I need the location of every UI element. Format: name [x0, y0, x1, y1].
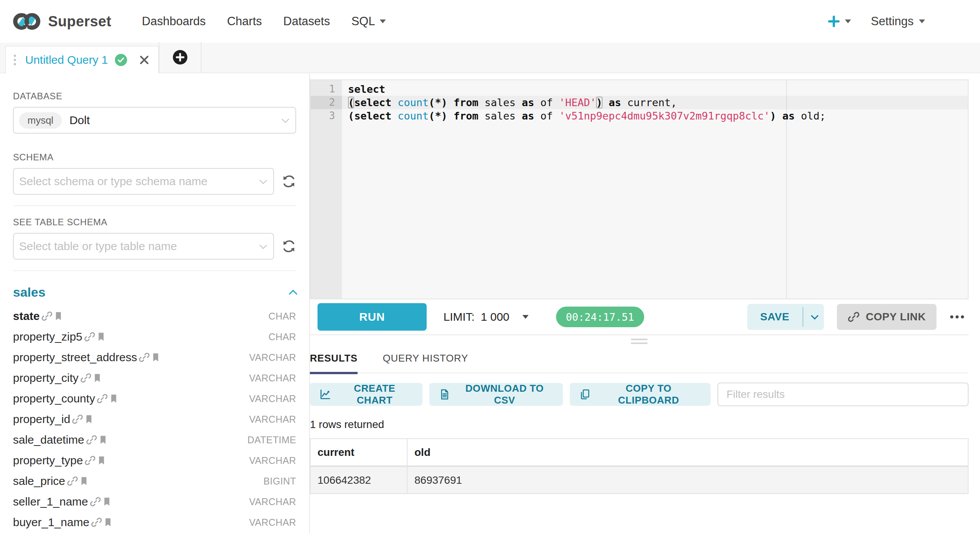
- tab-menu-icon[interactable]: [14, 55, 16, 65]
- table-column-row[interactable]: property_type VARCHAR: [13, 450, 296, 471]
- code-line[interactable]: 2(select count(*) from sales as of 'HEAD…: [311, 96, 968, 109]
- nav-dashboards[interactable]: Dashboards: [131, 15, 216, 28]
- top-navbar: Superset Dashboards Charts Datasets SQL …: [0, 0, 980, 43]
- table-column-row[interactable]: sale_datetime DATETIME: [13, 430, 296, 450]
- result-row: 10664238286937691: [310, 466, 968, 494]
- sql-editor[interactable]: 1select2(select count(*) from sales as o…: [310, 79, 969, 299]
- column-icons: [80, 372, 102, 384]
- column-icons: [41, 310, 63, 322]
- table-column-row[interactable]: seller_1_name VARCHAR: [13, 491, 296, 512]
- superset-logo[interactable]: Superset: [11, 11, 111, 31]
- schema-select[interactable]: Select schema or type schema name: [13, 168, 274, 195]
- key-link-icon: [86, 434, 97, 446]
- settings-menu[interactable]: Settings: [871, 15, 925, 28]
- table-column-row[interactable]: property_county VARCHAR: [13, 388, 296, 409]
- result-column-header[interactable]: old: [407, 439, 968, 466]
- bookmark-icon: [151, 352, 161, 362]
- code-line[interactable]: 1select: [311, 82, 968, 96]
- database-label: DATABASE: [13, 91, 296, 102]
- new-item-button[interactable]: [828, 16, 851, 27]
- column-type: DATETIME: [247, 434, 296, 446]
- column-name: sale_datetime: [13, 433, 84, 446]
- result-column-header[interactable]: current: [310, 439, 407, 466]
- save-dropdown-button[interactable]: [803, 304, 824, 330]
- table-column-row[interactable]: property_id VARCHAR: [13, 409, 296, 430]
- column-type: VARCHAR: [249, 517, 296, 528]
- chevron-down-icon: [380, 19, 386, 23]
- chevron-down-icon: [522, 315, 529, 319]
- filter-results-input[interactable]: [717, 383, 969, 406]
- column-type: VARCHAR: [249, 352, 296, 363]
- table-placeholder: Select table or type table name: [19, 240, 177, 253]
- table-column-row[interactable]: property_city VARCHAR: [13, 368, 296, 388]
- run-button[interactable]: RUN: [318, 303, 427, 331]
- nav-datasets[interactable]: Datasets: [272, 15, 340, 28]
- save-split-button[interactable]: SAVE: [747, 304, 824, 330]
- bookmark-icon: [109, 394, 119, 404]
- table-column-row[interactable]: state CHAR: [13, 306, 296, 326]
- column-list: state CHAR property_zip5 CHAR: [13, 306, 296, 533]
- line-number: 1: [311, 82, 342, 96]
- limit-dropdown[interactable]: LIMIT: 1 000: [443, 310, 529, 323]
- query-timer-badge: 00:24:17.51: [556, 307, 644, 327]
- refresh-tables-icon[interactable]: [282, 239, 296, 254]
- column-icons: [90, 496, 112, 507]
- bookmark-icon: [97, 455, 106, 465]
- table-column-row[interactable]: property_street_address VARCHAR: [13, 347, 296, 368]
- chevron-down-icon: [260, 176, 267, 184]
- results-table: currentold 10664238286937691: [310, 438, 969, 494]
- table-column-row[interactable]: sale_price BIGINT: [13, 471, 296, 491]
- south-pane-tabs: RESULTS QUERY HISTORY: [310, 347, 969, 373]
- line-number: 3: [311, 109, 342, 123]
- editor-toolbar: RUN LIMIT: 1 000 00:24:17.51 SAVE: [310, 299, 969, 335]
- nav-links: Dashboards Charts Datasets SQL: [131, 15, 397, 28]
- chevron-down-icon: [260, 241, 267, 249]
- column-type: VARCHAR: [249, 455, 296, 466]
- refresh-schemas-icon[interactable]: [282, 174, 296, 189]
- pane-resize-handle[interactable]: [631, 339, 648, 344]
- column-name: property_county: [13, 392, 95, 405]
- tab-results[interactable]: RESULTS: [310, 352, 358, 373]
- copy-clipboard-button[interactable]: COPY TO CLIPBOARD: [570, 383, 711, 406]
- key-link-icon: [41, 310, 53, 322]
- tab-query-history[interactable]: QUERY HISTORY: [383, 352, 468, 373]
- download-csv-button[interactable]: DOWNLOAD TO CSV: [429, 383, 563, 406]
- key-link-icon: [84, 455, 96, 466]
- table-schema-header[interactable]: sales: [13, 285, 296, 300]
- key-link-icon: [67, 475, 78, 487]
- query-tab-active[interactable]: Untitled Query 1: [5, 46, 159, 73]
- engine-badge: mysql: [19, 112, 62, 129]
- table-schema-label: SEE TABLE SCHEMA: [13, 217, 296, 228]
- create-chart-button[interactable]: CREATE CHART: [310, 383, 422, 406]
- sql-lab-right-panel: 1select2(select count(*) from sales as o…: [310, 73, 980, 533]
- key-link-icon: [139, 352, 150, 363]
- add-tab-button[interactable]: [173, 50, 187, 65]
- column-type: VARCHAR: [249, 393, 296, 404]
- code-line[interactable]: 3(select count(*) from sales as of 'v51n…: [311, 109, 968, 123]
- column-type: BIGINT: [263, 476, 296, 487]
- table-column-row[interactable]: buyer_1_name VARCHAR: [13, 512, 296, 533]
- nav-sql[interactable]: SQL: [341, 15, 397, 28]
- copy-link-button[interactable]: COPY LINK: [837, 304, 936, 330]
- sql-lab-left-panel: DATABASE mysql Dolt SCHEMA Select schema…: [0, 73, 310, 533]
- column-type: CHAR: [269, 331, 296, 342]
- column-icons: [97, 393, 119, 404]
- more-actions-icon[interactable]: [949, 311, 965, 323]
- column-name: buyer_1_name: [13, 516, 89, 529]
- database-select[interactable]: mysql Dolt: [13, 107, 296, 134]
- table-column-row[interactable]: property_zip5 CHAR: [13, 326, 296, 347]
- close-tab-icon[interactable]: [140, 55, 149, 65]
- column-icons: [84, 455, 106, 466]
- table-select[interactable]: Select table or type table name: [13, 233, 274, 260]
- column-name: state: [13, 310, 40, 323]
- column-name: property_id: [13, 413, 70, 426]
- chevron-down-icon: [919, 19, 925, 23]
- save-button[interactable]: SAVE: [747, 304, 803, 330]
- navbar-right: Settings: [828, 15, 925, 28]
- nav-charts[interactable]: Charts: [216, 15, 272, 28]
- chevron-up-icon[interactable]: [289, 290, 298, 299]
- bookmark-icon: [103, 517, 113, 527]
- result-cell: 86937691: [407, 466, 968, 494]
- key-link-icon: [84, 331, 95, 342]
- editor-code[interactable]: 1select2(select count(*) from sales as o…: [311, 80, 968, 123]
